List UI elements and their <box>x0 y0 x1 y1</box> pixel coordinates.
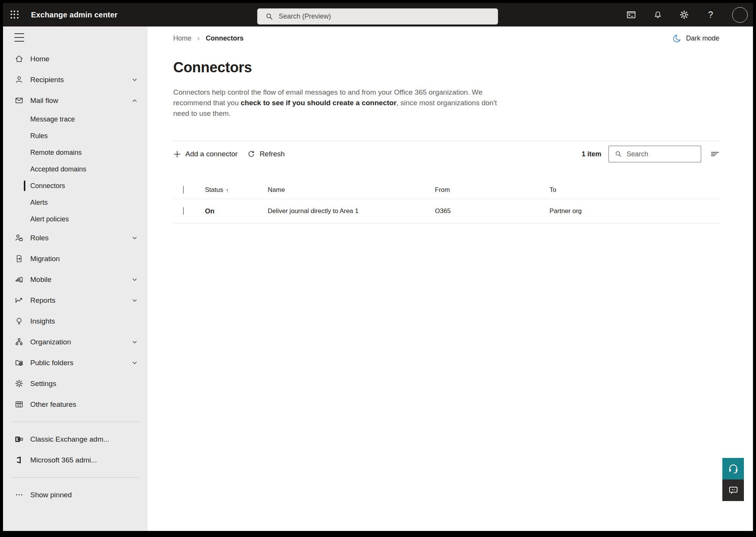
mail-icon <box>14 96 23 105</box>
moon-icon <box>672 34 681 43</box>
sidebar-item-microsoft-365-admin[interactable]: Microsoft 365 admi... <box>3 450 147 470</box>
notifications-bell-icon[interactable] <box>653 10 663 20</box>
global-search-placeholder: Search (Preview) <box>279 12 331 20</box>
feedback-button[interactable] <box>722 479 744 501</box>
chevron-up-icon <box>131 97 138 104</box>
global-search-input[interactable]: Search (Preview) <box>257 8 498 25</box>
cell-name[interactable]: Deliver journal directly to Area 1 <box>268 207 435 215</box>
exchange-logo-icon <box>14 435 23 444</box>
cell-to: Partner org <box>550 207 720 215</box>
sidebar-item-alerts[interactable]: Alerts <box>3 194 147 211</box>
chevron-down-icon <box>131 339 138 346</box>
headset-support-icon <box>728 463 739 475</box>
plus-icon <box>173 150 181 158</box>
sidebar-item-other-features[interactable]: Other features <box>3 394 147 415</box>
sidebar-item-reports[interactable]: Reports <box>3 290 147 311</box>
table-row[interactable]: On Deliver journal directly to Area 1 O3… <box>173 199 720 223</box>
org-chart-icon <box>14 338 23 347</box>
terminal-icon[interactable] <box>626 10 636 20</box>
table-grid-icon <box>14 400 23 409</box>
floating-action-stack <box>722 458 744 501</box>
office-logo-icon <box>14 456 23 465</box>
left-nav: Home Recipients Mail flow <box>3 26 147 531</box>
sidebar-item-insights[interactable]: Insights <box>3 311 147 332</box>
sidebar-item-label: Mail flow <box>30 97 58 105</box>
gear-icon <box>14 379 23 388</box>
sidebar-item-public-folders[interactable]: Public folders <box>3 352 147 373</box>
list-toolbar: Add a connector Refresh 1 item Search <box>173 141 720 167</box>
connectors-table: Status ↑ Name From To On Deliver journal… <box>173 181 720 224</box>
person-badge-icon <box>14 233 23 243</box>
person-icon <box>14 75 23 84</box>
create-connector-check-link[interactable]: check to see if you should create a conn… <box>241 99 396 107</box>
support-button[interactable] <box>722 458 744 479</box>
document-arrow-icon <box>14 254 23 263</box>
table-search-placeholder: Search <box>627 150 648 158</box>
sidebar-item-roles[interactable]: Roles <box>3 227 147 248</box>
app-launcher-icon[interactable] <box>8 8 21 21</box>
dark-mode-label: Dark mode <box>686 34 719 42</box>
column-header-from[interactable]: From <box>435 186 550 194</box>
column-header-name[interactable]: Name <box>268 186 435 194</box>
chevron-down-icon <box>131 360 138 366</box>
sidebar-divider <box>11 422 139 422</box>
select-all-checkbox[interactable] <box>183 186 184 194</box>
sidebar-item-alert-policies[interactable]: Alert policies <box>3 211 147 227</box>
sidebar-item-settings[interactable]: Settings <box>3 373 147 394</box>
main-content: Home Connectors Dark mode Connectors Con… <box>147 26 753 531</box>
search-icon <box>615 150 622 158</box>
add-connector-button[interactable]: Add a connector <box>173 150 238 158</box>
table-divider <box>173 223 720 224</box>
filter-lines-icon[interactable] <box>710 150 720 158</box>
column-header-status[interactable]: Status ↑ <box>205 186 268 194</box>
row-checkbox[interactable] <box>183 207 184 215</box>
sidebar-item-mail-flow[interactable]: Mail flow <box>3 90 147 111</box>
sidebar-item-message-trace[interactable]: Message trace <box>3 111 147 128</box>
chevron-down-icon <box>131 76 138 83</box>
help-icon[interactable]: ? <box>706 10 716 20</box>
search-icon <box>265 12 273 21</box>
breadcrumb: Home Connectors <box>173 34 244 42</box>
settings-gear-icon[interactable] <box>679 10 689 20</box>
page-description: Connectors help control the flow of emai… <box>173 87 506 119</box>
sidebar-item-label: Recipients <box>30 76 64 84</box>
breadcrumb-home-link[interactable]: Home <box>173 34 191 42</box>
sidebar-item-home[interactable]: Home <box>3 48 147 69</box>
sidebar-item-recipients[interactable]: Recipients <box>3 69 147 90</box>
chevron-down-icon <box>131 297 138 304</box>
page-title: Connectors <box>173 59 720 76</box>
sidebar-item-show-pinned[interactable]: Show pinned <box>3 484 147 505</box>
table-search-input[interactable]: Search <box>609 146 701 162</box>
sidebar-item-migration[interactable]: Migration <box>3 248 147 269</box>
folder-globe-icon <box>14 358 23 367</box>
sidebar-item-accepted-domains[interactable]: Accepted domains <box>3 161 147 177</box>
chevron-down-icon <box>131 276 138 283</box>
app-title: Exchange admin center <box>31 11 118 19</box>
sidebar-item-organization[interactable]: Organization <box>3 332 147 352</box>
sidebar-item-mobile[interactable]: Mobile <box>3 269 147 290</box>
sidebar-item-rules[interactable]: Rules <box>3 128 147 144</box>
home-icon <box>14 54 23 64</box>
lightbulb-icon <box>14 317 23 326</box>
sidebar-divider <box>11 477 139 478</box>
breadcrumb-current: Connectors <box>206 34 244 42</box>
item-count: 1 item <box>582 150 601 158</box>
ellipsis-icon <box>14 490 23 500</box>
selected-indicator <box>24 181 25 191</box>
top-bar: Exchange admin center Search (Preview) <box>3 3 753 26</box>
refresh-button[interactable]: Refresh <box>247 150 285 158</box>
mobile-chart-icon <box>14 275 23 284</box>
column-header-to[interactable]: To <box>550 186 720 194</box>
refresh-icon <box>247 150 255 158</box>
dark-mode-toggle[interactable]: Dark mode <box>672 34 719 43</box>
breadcrumb-chevron-icon <box>196 36 201 41</box>
cell-from: O365 <box>435 207 550 215</box>
sidebar-item-connectors-selected[interactable]: Connectors <box>3 177 147 194</box>
sidebar-item-remote-domains[interactable]: Remote domains <box>3 144 147 161</box>
line-chart-icon <box>14 296 23 305</box>
sidebar-item-classic-exchange-admin[interactable]: Classic Exchange adm... <box>3 429 147 450</box>
topbar-actions: ? <box>626 7 753 23</box>
account-avatar[interactable] <box>732 7 748 23</box>
sidebar-item-label: Home <box>30 55 50 63</box>
nav-collapse-icon[interactable] <box>14 33 24 42</box>
